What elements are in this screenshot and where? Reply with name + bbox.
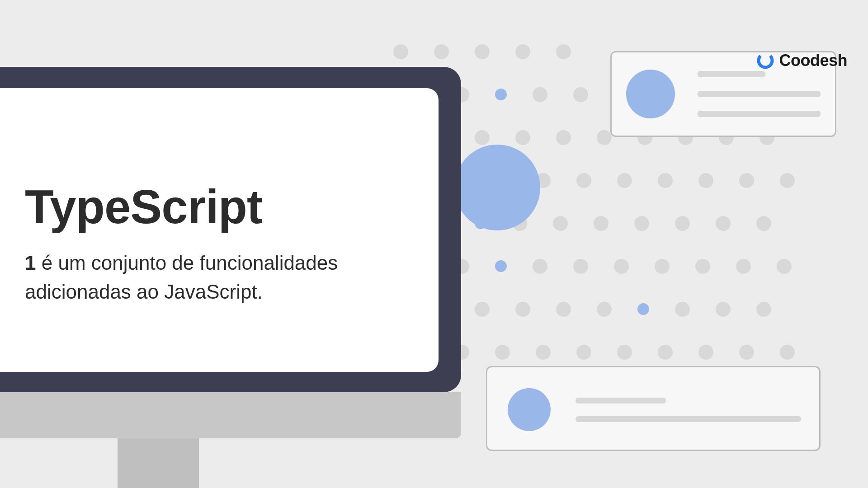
profile-card-bottom: [486, 366, 821, 451]
placeholder-lines: [576, 398, 801, 422]
svg-point-0: [756, 52, 774, 70]
monitor-stand: [118, 434, 199, 488]
page-title: TypeScript: [25, 183, 420, 230]
definition-number: 1: [25, 252, 36, 274]
brand-name: Coodesh: [779, 51, 847, 70]
monitor-screen: TypeScript 1 é um conjunto de funcionali…: [0, 88, 439, 372]
avatar: [508, 388, 551, 431]
brand-logo: Coodesh: [756, 51, 847, 70]
monitor-base: [0, 392, 461, 438]
placeholder-lines: [698, 71, 821, 117]
coodesh-icon: [756, 52, 774, 70]
definition-text: 1 é um conjunto de funcionalidades adici…: [25, 249, 420, 306]
avatar: [626, 70, 675, 118]
definition-body: é um conjunto de funcionalidades adicion…: [25, 252, 338, 303]
decorative-blue-circle: [454, 145, 540, 230]
